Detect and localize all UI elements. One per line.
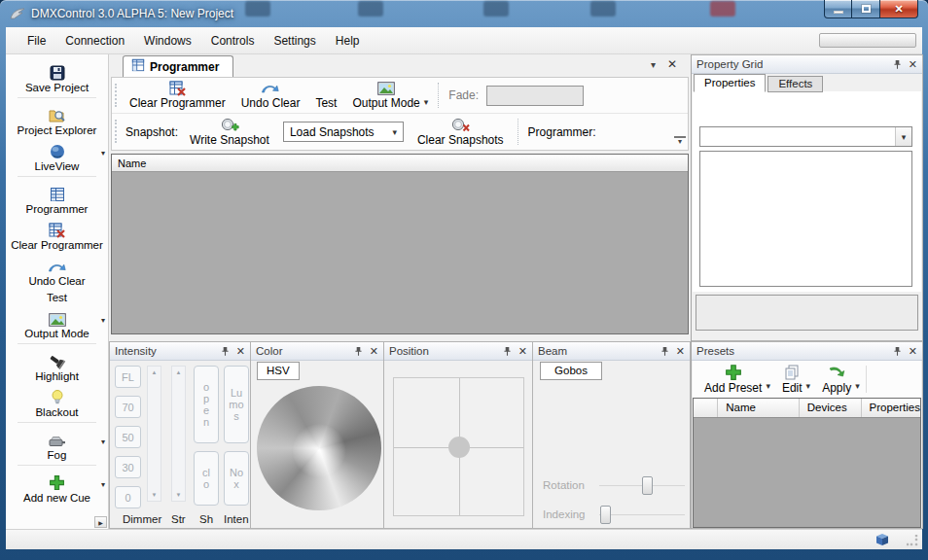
- tab-gobos[interactable]: Gobos: [540, 362, 602, 380]
- network-cube-icon[interactable]: [875, 533, 889, 550]
- panel-header[interactable]: Position ✕: [384, 342, 532, 361]
- menu-help[interactable]: Help: [326, 29, 370, 52]
- panel-header[interactable]: Color ✕: [251, 342, 383, 361]
- slider-track[interactable]: [599, 485, 685, 487]
- edit-preset-button[interactable]: Edit: [774, 361, 810, 398]
- device-selector-dropdown[interactable]: ▾: [699, 126, 912, 147]
- slider-thumb[interactable]: [642, 476, 653, 495]
- programmer-grid[interactable]: Name: [111, 154, 689, 334]
- test-button[interactable]: Test: [307, 78, 344, 113]
- column-devices[interactable]: Devices: [800, 399, 862, 417]
- sidebar-item-add-new-cue[interactable]: Add new Cue ▾: [6, 469, 108, 505]
- pin-icon[interactable]: [354, 346, 363, 356]
- tab-properties[interactable]: Properties: [694, 74, 766, 92]
- maximize-button[interactable]: [852, 0, 879, 18]
- panel-header[interactable]: Intensity ✕: [110, 342, 250, 361]
- tab-hsv[interactable]: HSV: [257, 362, 300, 380]
- titlebar[interactable]: DMXControl 3.0 ALPHA 5: New Project ✕: [0, 0, 928, 27]
- down-arrow-icon[interactable]: ▼: [148, 492, 161, 498]
- pin-icon[interactable]: [221, 346, 230, 356]
- close-icon[interactable]: ✕: [909, 58, 917, 71]
- dimmer-30-button[interactable]: 30: [115, 456, 141, 478]
- clear-snapshots-button[interactable]: Clear Snapshots: [410, 114, 512, 150]
- strobe-slider[interactable]: ▲ ▼: [171, 366, 186, 502]
- lumos-button[interactable]: Lumos: [224, 366, 249, 443]
- pin-icon[interactable]: [503, 346, 512, 356]
- grid-column-header[interactable]: Name: [112, 155, 688, 172]
- undo-clear-button[interactable]: Undo Clear: [233, 78, 308, 113]
- add-preset-button[interactable]: Add Preset: [696, 361, 769, 398]
- toolbar-grip[interactable]: [115, 120, 117, 143]
- chevron-down-icon[interactable]: ▾: [101, 149, 105, 158]
- minimize-button[interactable]: [824, 0, 852, 18]
- menu-settings[interactable]: Settings: [264, 29, 325, 52]
- column-name[interactable]: Name: [718, 399, 800, 417]
- property-list[interactable]: [699, 151, 912, 287]
- toolbar-overflow-icon[interactable]: ▾: [674, 136, 686, 146]
- menu-file[interactable]: File: [18, 29, 55, 52]
- nox-button[interactable]: Nox: [224, 451, 249, 506]
- toolbar-grip[interactable]: [115, 84, 117, 107]
- slider-thumb[interactable]: [600, 506, 611, 524]
- tab-programmer[interactable]: Programmer: [123, 55, 233, 77]
- chevron-down-icon[interactable]: ▾: [101, 480, 105, 489]
- tab-effects[interactable]: Effects: [767, 76, 823, 92]
- close-document-icon[interactable]: ✕: [667, 57, 677, 71]
- menu-controls[interactable]: Controls: [201, 29, 265, 52]
- dimmer-50-button[interactable]: 50: [115, 426, 141, 448]
- slider-track[interactable]: [599, 514, 685, 516]
- sidebar-item-programmer[interactable]: Programmer: [6, 180, 108, 216]
- sidebar-item-undo-clear[interactable]: Undo Clear: [6, 252, 108, 288]
- sidebar-item-clear-programmer[interactable]: Clear Programmer: [6, 216, 108, 252]
- fade-input[interactable]: [486, 86, 584, 106]
- output-mode-button[interactable]: Output Mode: [344, 78, 427, 113]
- close-button[interactable]: ✕: [879, 0, 918, 18]
- chevron-down-icon[interactable]: ▾: [806, 381, 811, 391]
- sidebar-scroll-button[interactable]: ▶: [94, 516, 107, 528]
- sidebar-item-highlight[interactable]: Highlight: [6, 347, 108, 383]
- sidebar-item-fog[interactable]: Fog ▾: [6, 426, 108, 462]
- sidebar-item-save-project[interactable]: Save Project: [6, 58, 108, 94]
- up-arrow-icon[interactable]: ▲: [148, 369, 161, 375]
- panel-header[interactable]: Beam ✕: [533, 342, 690, 361]
- panel-header[interactable]: Property Grid ✕: [692, 55, 922, 74]
- chevron-down-icon[interactable]: ▾: [101, 316, 105, 325]
- chevron-down-icon[interactable]: ▾: [766, 381, 770, 391]
- menu-connection[interactable]: Connection: [55, 29, 134, 52]
- load-snapshots-dropdown[interactable]: Load Snapshots ▾: [283, 122, 404, 142]
- column-properties[interactable]: Properties: [862, 399, 920, 417]
- up-arrow-icon[interactable]: ▲: [172, 369, 185, 375]
- pan-tilt-pad[interactable]: [393, 377, 524, 516]
- hsv-color-wheel[interactable]: [257, 386, 381, 510]
- chevron-down-icon[interactable]: ▾: [101, 438, 105, 446]
- pin-icon[interactable]: [893, 346, 902, 356]
- resize-grip[interactable]: [907, 535, 918, 546]
- sidebar-item-test[interactable]: Test: [6, 288, 108, 304]
- dimmer-70-button[interactable]: 70: [115, 396, 141, 418]
- menu-windows[interactable]: Windows: [134, 29, 201, 52]
- dimmer-fl-button[interactable]: FL: [115, 366, 141, 388]
- presets-table[interactable]: Name Devices Properties: [693, 398, 921, 528]
- clear-programmer-button[interactable]: Clear Programmer: [122, 78, 233, 113]
- dimmer-slider[interactable]: ▲ ▼: [147, 366, 161, 502]
- pin-icon[interactable]: [660, 346, 669, 356]
- shutter-open-button[interactable]: open: [194, 366, 219, 443]
- pin-icon[interactable]: [893, 59, 902, 69]
- tab-list-dropdown-icon[interactable]: ▾: [651, 59, 656, 70]
- panel-header[interactable]: Presets ✕: [692, 342, 922, 361]
- sidebar-item-blackout[interactable]: Blackout: [6, 383, 108, 419]
- apply-preset-button[interactable]: Apply: [814, 361, 859, 398]
- down-arrow-icon[interactable]: ▼: [172, 492, 185, 498]
- shutter-close-button[interactable]: clo: [194, 451, 219, 506]
- close-icon[interactable]: ✕: [236, 345, 245, 358]
- position-knob[interactable]: [448, 437, 470, 458]
- chevron-down-icon[interactable]: ▾: [424, 97, 429, 107]
- close-icon[interactable]: ✕: [370, 345, 378, 358]
- column-blank[interactable]: [694, 399, 718, 417]
- close-icon[interactable]: ✕: [909, 345, 917, 358]
- close-icon[interactable]: ✕: [676, 345, 685, 358]
- close-icon[interactable]: ✕: [518, 345, 527, 358]
- sidebar-item-project-explorer[interactable]: Project Explorer: [6, 101, 108, 137]
- sidebar-item-output-mode[interactable]: Output Mode ▾: [6, 304, 108, 340]
- dimmer-0-button[interactable]: 0: [115, 486, 141, 508]
